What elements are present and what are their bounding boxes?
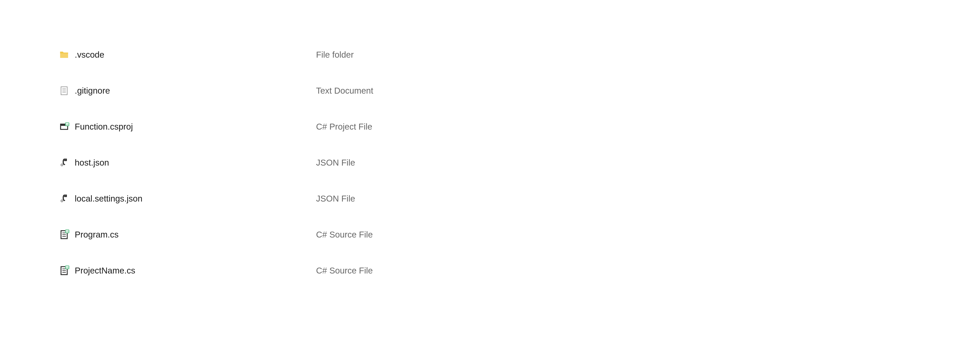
- json-icon: [57, 157, 71, 168]
- cs-source-icon: C#: [57, 229, 71, 240]
- file-name: Program.cs: [71, 230, 316, 239]
- file-name: local.settings.json: [71, 194, 316, 204]
- list-item[interactable]: local.settings.json JSON File: [57, 181, 980, 217]
- file-type: C# Source File: [316, 266, 373, 276]
- svg-rect-0: [61, 87, 67, 95]
- file-type: JSON File: [316, 194, 355, 204]
- list-item[interactable]: C# Function.csproj C# Project File: [57, 109, 980, 145]
- csproj-icon: C#: [57, 121, 71, 132]
- svg-text:C#: C#: [66, 266, 69, 269]
- list-item[interactable]: C# ProjectName.cs C# Source File: [57, 253, 980, 289]
- svg-point-12: [61, 200, 62, 201]
- list-item[interactable]: C# Program.cs C# Source File: [57, 217, 980, 253]
- file-type: File folder: [316, 50, 354, 60]
- file-list: .vscode File folder .gitignore Text Docu…: [57, 37, 980, 289]
- file-name: ProjectName.cs: [71, 266, 316, 276]
- file-type: C# Project File: [316, 122, 372, 132]
- text-doc-icon: [57, 85, 71, 96]
- svg-text:C#: C#: [66, 230, 69, 233]
- list-item[interactable]: .gitignore Text Document: [57, 73, 980, 109]
- file-type: JSON File: [316, 158, 355, 168]
- cs-source-icon: C#: [57, 265, 71, 276]
- svg-text:C#: C#: [66, 123, 69, 126]
- svg-point-10: [61, 164, 62, 166]
- file-name: .vscode: [71, 50, 316, 60]
- list-item[interactable]: host.json JSON File: [57, 145, 980, 181]
- file-type: Text Document: [316, 86, 373, 96]
- file-name: host.json: [71, 158, 316, 168]
- file-type: C# Source File: [316, 230, 373, 239]
- file-name: Function.csproj: [71, 122, 316, 132]
- list-item[interactable]: .vscode File folder: [57, 37, 980, 73]
- file-name: .gitignore: [71, 86, 316, 96]
- folder-icon: [57, 49, 71, 60]
- json-icon: [57, 193, 71, 204]
